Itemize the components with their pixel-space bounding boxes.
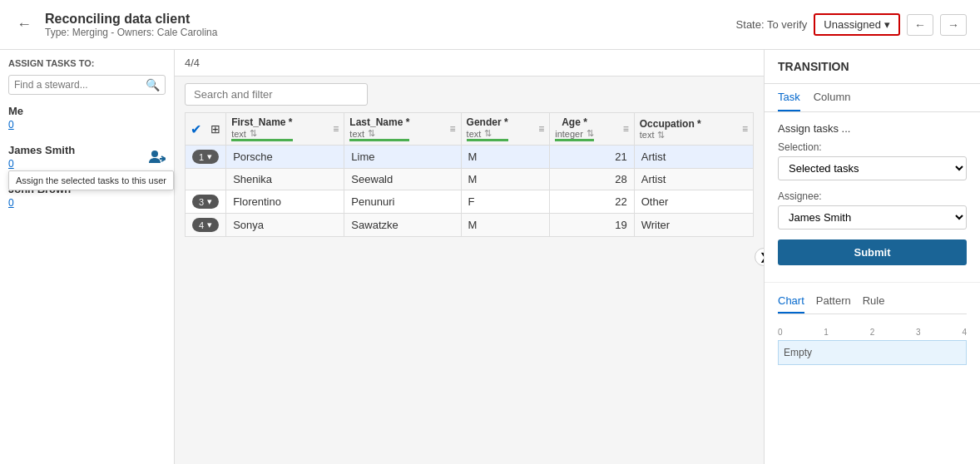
- cell-last-2: Seewald: [344, 169, 461, 190]
- user-info-james: James Smith 0: [8, 144, 75, 170]
- cell-first-4: Sonya: [226, 214, 344, 237]
- col-menu-gender[interactable]: ≡: [538, 123, 544, 135]
- search-filter-bar: [175, 77, 764, 112]
- tab-rule[interactable]: Rule: [863, 289, 885, 313]
- col-occupation-type: text ⇅: [640, 130, 701, 141]
- sort-icon-occupation[interactable]: ⇅: [657, 130, 665, 141]
- cell-age-4: 19: [550, 214, 635, 237]
- assign-tasks-title: Assign tasks ...: [778, 122, 967, 135]
- assignee-group: Assignee: James Smith Me John Brown: [778, 190, 967, 230]
- cell-occupation-1: Artist: [634, 146, 753, 169]
- table-row: 3 ▾ Florentino Penunuri F 22 Other: [186, 190, 754, 214]
- chart-axis-1: 1: [824, 328, 829, 337]
- sort-icon-first[interactable]: ⇅: [250, 128, 257, 139]
- column-menu-icon[interactable]: ⊞: [210, 122, 220, 136]
- cell-last-4: Sawatzke: [344, 214, 461, 237]
- cell-first-3: Florentino: [226, 190, 344, 214]
- assign-tasks-label: ASSIGN TASKS TO:: [8, 58, 166, 68]
- task-cell-4[interactable]: 4 ▾: [186, 214, 226, 237]
- assignee-select[interactable]: James Smith Me John Brown: [778, 205, 967, 230]
- col-gender-label: Gender *: [467, 116, 508, 128]
- sort-icon-last[interactable]: ⇅: [368, 128, 375, 139]
- cell-gender-2: M: [461, 169, 550, 190]
- nav-next-button[interactable]: →: [940, 14, 967, 36]
- col-occupation-label: Occupation *: [640, 118, 701, 130]
- panel-header: TRANSITION: [765, 50, 980, 84]
- search-icon: 🔍: [146, 78, 160, 91]
- col-age: Age * integer ⇅ ≡: [550, 113, 635, 146]
- col-first-name-label: First_Name *: [231, 116, 292, 128]
- cell-occupation-4: Writer: [634, 214, 753, 237]
- user-row-james: James Smith 0 Assign the selected tasks …: [8, 141, 166, 173]
- unassigned-label: Unassigned: [824, 18, 881, 31]
- cell-gender-4: M: [461, 214, 550, 237]
- tab-column[interactable]: Column: [814, 84, 851, 111]
- check-all-icon: ✔: [191, 121, 201, 137]
- col-age-label: Age *: [555, 116, 594, 128]
- user-count-me[interactable]: 0: [8, 119, 166, 131]
- col-last-name-type: text ⇅: [349, 128, 409, 141]
- user-section-me: Me 0: [8, 105, 166, 131]
- task-badge-3[interactable]: 3 ▾: [192, 195, 219, 209]
- cell-first-1: Porsche: [226, 146, 344, 169]
- tab-pattern[interactable]: Pattern: [816, 289, 851, 313]
- unassigned-button[interactable]: Unassigned ▾: [814, 13, 900, 36]
- task-badge-4[interactable]: 4 ▾: [192, 218, 219, 232]
- sort-icon-age[interactable]: ⇅: [587, 128, 594, 139]
- page-subtitle: Type: Merging - Owners: Cale Carolina: [45, 27, 217, 38]
- selection-select[interactable]: Selected tasks All tasks Unassigned task…: [778, 156, 967, 180]
- center-content: 4/4 ✔ ⊞: [175, 50, 764, 464]
- user-count-james[interactable]: 0: [8, 158, 75, 170]
- panel-title: TRANSITION: [778, 60, 849, 73]
- chart-area: 0 1 2 3 4 Empty: [765, 321, 980, 372]
- user-name-me: Me: [8, 105, 166, 117]
- tab-chart[interactable]: Chart: [778, 289, 804, 313]
- assign-tooltip: Assign the selected tasks to this user: [8, 170, 174, 190]
- header: ← Reconciling data client Type: Merging …: [0, 0, 980, 50]
- table-row: 1 ▾ Porsche Lime M 21 Artist: [186, 146, 754, 169]
- col-menu-occupation[interactable]: ≡: [742, 123, 748, 135]
- chevron-down-icon: ▾: [207, 151, 212, 162]
- chart-axis-0: 0: [778, 328, 783, 337]
- select-all-header[interactable]: ✔ ⊞: [186, 113, 226, 146]
- right-panel: TRANSITION Task Column Assign tasks ... …: [764, 50, 980, 464]
- assign-to-james-button[interactable]: [147, 148, 166, 166]
- user-name-james: James Smith: [8, 144, 75, 156]
- user-count-john[interactable]: 0: [8, 197, 166, 209]
- chevron-down-icon: ▾: [884, 18, 890, 31]
- search-filter-input[interactable]: [185, 83, 368, 106]
- table-wrap: ✔ ⊞ First_Name * text ⇅: [175, 112, 764, 247]
- selection-label: Selection:: [778, 141, 967, 153]
- submit-button[interactable]: Submit: [778, 239, 967, 265]
- cell-age-1: 21: [550, 146, 635, 169]
- content-header: 4/4: [175, 50, 764, 77]
- col-menu-age[interactable]: ≡: [623, 123, 629, 135]
- col-first-name-type: text ⇅: [231, 128, 292, 141]
- col-menu-first[interactable]: ≡: [333, 123, 339, 135]
- task-cell-3[interactable]: 3 ▾: [186, 190, 226, 214]
- tab-task[interactable]: Task: [778, 84, 800, 111]
- sort-icon-gender[interactable]: ⇅: [484, 128, 492, 139]
- collapse-panel-button[interactable]: ❯: [755, 248, 764, 266]
- nav-prev-button[interactable]: ←: [907, 14, 933, 36]
- data-table: ✔ ⊞ First_Name * text ⇅: [185, 112, 754, 237]
- steward-search-bar: 🔍: [8, 75, 166, 95]
- steward-search-input[interactable]: [14, 79, 146, 91]
- back-button[interactable]: ←: [13, 12, 35, 37]
- assignee-label: Assignee:: [778, 190, 967, 202]
- user-section-james: James Smith 0 Assign the selected tasks …: [8, 141, 166, 173]
- task-cell-1[interactable]: 1 ▾: [186, 146, 226, 169]
- bottom-tabs-row: Chart Pattern Rule: [778, 289, 967, 314]
- col-occupation: Occupation * text ⇅ ≡: [634, 113, 753, 146]
- header-title-block: Reconciling data client Type: Merging - …: [45, 12, 217, 38]
- chart-bar-area: Empty: [778, 340, 967, 365]
- table-header-row: ✔ ⊞ First_Name * text ⇅: [186, 113, 754, 146]
- svg-point-0: [151, 151, 158, 157]
- header-left: ← Reconciling data client Type: Merging …: [13, 12, 217, 38]
- task-badge-1[interactable]: 1 ▾: [192, 150, 219, 164]
- col-first-name: First_Name * text ⇅ ≡: [226, 113, 344, 146]
- cell-occupation-3: Other: [634, 190, 753, 214]
- chart-axis: 0 1 2 3 4: [778, 328, 967, 337]
- col-menu-last[interactable]: ≡: [450, 123, 456, 135]
- main-layout: ASSIGN TASKS TO: 🔍 Me 0 James Smith 0: [0, 50, 980, 464]
